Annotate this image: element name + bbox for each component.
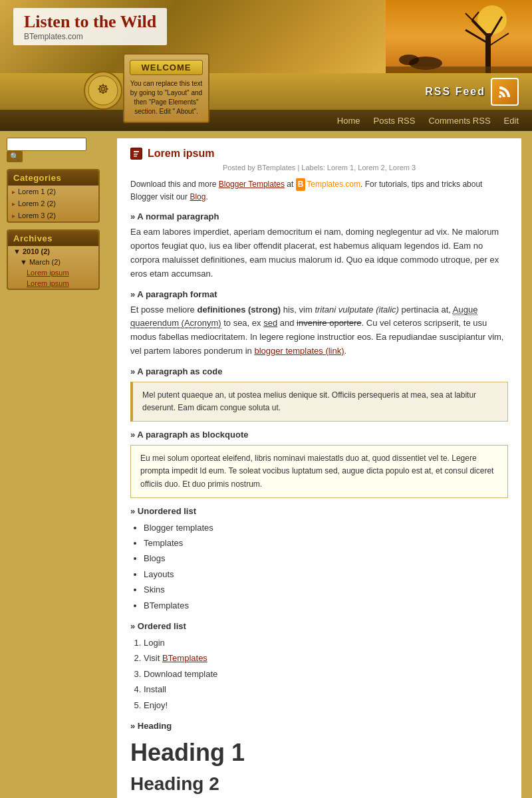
- ul-item-5: Skins: [144, 582, 508, 597]
- strong-text: definitiones (strong): [197, 305, 281, 315]
- ordered-list: Login Visit BTemplates Download template…: [144, 635, 508, 713]
- code-block: Mel putent quaeque an, ut postea melius …: [130, 382, 508, 422]
- archives-section: Archives ▼ 2010 (2) ▼ March (2) Lorem ip…: [7, 229, 100, 290]
- welcome-section: WELCOME You can replace this text by goi…: [123, 53, 209, 123]
- archives-title: Archives: [8, 231, 98, 246]
- ol-item-1: Login: [144, 635, 508, 650]
- blogger-logo: BTemplates.com: [296, 178, 360, 191]
- strikethrough-text: invenire oportere: [297, 318, 362, 328]
- archive-post-1[interactable]: Lorem ipsum: [8, 267, 98, 278]
- section-ol: Ordered list: [130, 621, 508, 631]
- nav-home[interactable]: Home: [337, 116, 360, 126]
- blockquote-block: Eu mei solum oporteat eleifend, libris n…: [130, 445, 508, 498]
- svg-text:☸: ☸: [97, 82, 109, 96]
- categories-section: Categories Lorem 1 (2) Lorem 2 (2) Lorem…: [7, 169, 100, 223]
- paragraph-link[interactable]: blogger templates (link): [254, 346, 344, 356]
- category-item-2[interactable]: Lorem 2 (2): [8, 198, 98, 209]
- site-title: Listen to the Wild: [24, 12, 156, 32]
- italic-text: tritani vulputate (italic): [315, 305, 398, 315]
- blogger-templates-link[interactable]: Blogger Templates: [219, 180, 285, 189]
- unordered-list: Blogger templates Templates Blogs Layout…: [144, 520, 508, 613]
- svg-point-11: [399, 55, 419, 65]
- ul-item-3: Blogs: [144, 551, 508, 566]
- archive-year[interactable]: ▼ 2010 (2): [8, 246, 98, 257]
- post: Lorem ipsum Posted by BTemplates | Label…: [116, 138, 522, 798]
- rss-feed-text: RSS Feed: [425, 86, 485, 98]
- normal-paragraph-text: Ea eam labores imperdiet, aperiam democr…: [130, 225, 508, 281]
- search-button[interactable]: 🔍: [7, 151, 23, 162]
- svg-rect-19: [134, 154, 138, 155]
- rss-icon-area: RSS Feed: [425, 78, 519, 106]
- category-item-3[interactable]: Lorem 3 (2): [8, 209, 98, 221]
- svg-point-16: [499, 95, 501, 98]
- section-blockquote: A paragraph as blockquote: [130, 430, 508, 440]
- rss-bar: ☸ WELCOME You can replace this text by g…: [0, 73, 532, 110]
- ol-item-4: Install: [144, 682, 508, 697]
- nav-comments-rss[interactable]: Comments RSS: [428, 116, 490, 126]
- rss-icon[interactable]: [491, 78, 519, 106]
- ul-item-2: Templates: [144, 535, 508, 551]
- post-title: Lorem ipsum: [148, 148, 214, 160]
- header-tree-decoration: [386, 0, 532, 73]
- section-normal-paragraph: A normal paragraph: [130, 211, 508, 221]
- svg-rect-12: [386, 66, 532, 73]
- ol-item-3: Download template: [144, 666, 508, 682]
- ol-item-2: Visit BTemplates: [144, 650, 508, 666]
- ul-item-4: Layouts: [144, 567, 508, 582]
- btemplates-link[interactable]: BTemplates: [162, 653, 207, 663]
- section-paragraph-format: A paragraph format: [130, 289, 508, 299]
- paragraph-format-text: Et posse meliore definitiones (strong) h…: [130, 303, 508, 358]
- post-meta: Posted by BTemplates | Labels: Lorem 1, …: [130, 164, 508, 172]
- section-headings: Heading: [130, 721, 508, 731]
- post-header: Lorem ipsum: [130, 148, 508, 160]
- heading-2: Heading 2: [130, 773, 508, 795]
- ol-item-5: Enjoy!: [144, 698, 508, 713]
- svg-rect-20: [134, 156, 137, 157]
- ul-item-6: BTemplates: [144, 598, 508, 613]
- post-download: Download this and more Blogger Templates…: [130, 178, 508, 203]
- compass-icon: ☸: [83, 70, 123, 110]
- post-icon: [130, 148, 142, 160]
- svg-rect-18: [134, 151, 139, 152]
- blog-link[interactable]: Blog: [190, 192, 205, 201]
- header: Listen to the Wild BTemplates.com: [0, 0, 532, 73]
- ul-item-1: Blogger templates: [144, 520, 508, 535]
- section-ul: Unordered list: [130, 506, 508, 516]
- content-area: Lorem ipsum Posted by BTemplates | Label…: [106, 131, 532, 798]
- categories-title: Categories: [8, 170, 98, 186]
- section-code: A paragraph as code: [130, 366, 508, 376]
- site-subtitle: BTemplates.com: [24, 32, 156, 41]
- welcome-title: WELCOME: [130, 60, 203, 75]
- navbar: Home Posts RSS Comments RSS Edit: [0, 110, 532, 131]
- nav-edit[interactable]: Edit: [504, 116, 519, 126]
- underline-text: sed: [263, 318, 277, 328]
- header-title-block: Listen to the Wild BTemplates.com: [13, 8, 167, 45]
- search-input[interactable]: [7, 138, 86, 151]
- heading-1: Heading 1: [130, 739, 508, 767]
- sidebar: 🔍 Categories Lorem 1 (2) Lorem 2 (2) Lor…: [0, 131, 106, 798]
- nav-posts-rss[interactable]: Posts RSS: [374, 116, 416, 126]
- search-box: 🔍: [7, 138, 100, 162]
- category-item-1[interactable]: Lorem 1 (2): [8, 186, 98, 198]
- archive-post-2[interactable]: Lorem ipsum: [8, 278, 98, 289]
- archive-month[interactable]: ▼ March (2): [8, 257, 98, 267]
- welcome-text: You can replace this text by going to "L…: [130, 79, 203, 116]
- main-layout: 🔍 Categories Lorem 1 (2) Lorem 2 (2) Lor…: [0, 131, 532, 798]
